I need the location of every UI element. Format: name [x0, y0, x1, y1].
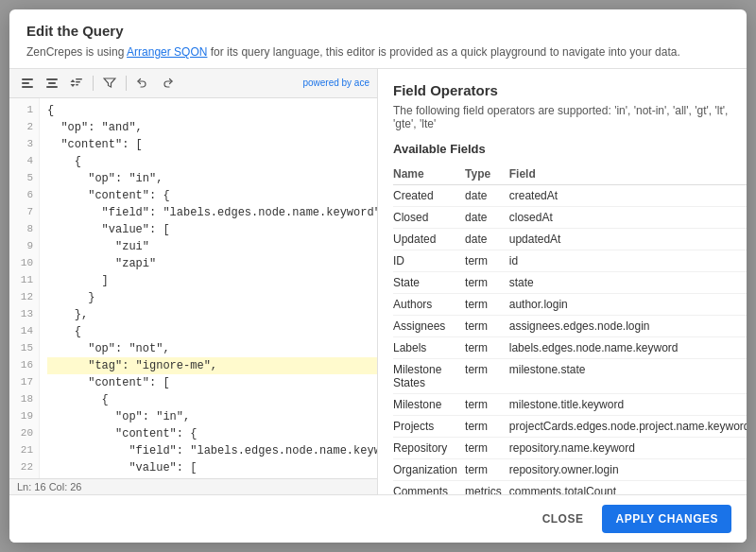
toolbar-align-left-btn[interactable]: [17, 73, 38, 94]
field-name: State: [393, 271, 465, 293]
svg-rect-0: [22, 78, 33, 80]
operators-title: Field Operators: [393, 82, 731, 98]
field-name: Organization: [393, 458, 465, 480]
dialog-title: Edit the Query: [26, 23, 730, 39]
toolbar-separator-2: [126, 76, 127, 91]
code-line: ]: [47, 272, 377, 289]
editor-lines: 1234567891011121314151617181920212223242…: [9, 98, 377, 478]
field-type: term: [465, 293, 509, 315]
line-number: 14: [15, 323, 33, 340]
fields-table: Name Type Field CreateddatecreatedAtClos…: [393, 164, 747, 494]
toolbar-redo-btn[interactable]: [157, 73, 178, 94]
line-number: 12: [15, 289, 33, 306]
field-field: state: [509, 271, 747, 293]
table-row: Milestonetermmilestone.title.keyword: [393, 393, 747, 415]
code-line: "zapi": [47, 255, 377, 272]
field-type: date: [465, 206, 509, 228]
col-name: Name: [393, 164, 465, 185]
dialog-footer: CLOSE APPLY CHANGES: [9, 494, 747, 543]
dialog-description: ZenCrepes is using Arranger SQON for its…: [26, 44, 730, 60]
code-line: "content": {: [47, 425, 377, 442]
close-button[interactable]: CLOSE: [535, 507, 592, 531]
field-type: term: [465, 393, 509, 415]
field-name: Updated: [393, 228, 465, 250]
field-name: Milestone States: [393, 358, 465, 393]
table-row: UpdateddateupdatedAt: [393, 228, 747, 250]
table-row: CreateddatecreatedAt: [393, 184, 747, 206]
fields-table-head: Name Type Field: [393, 164, 747, 185]
line-number: 7: [15, 204, 33, 221]
field-name: Comments: [393, 480, 465, 494]
line-number: 20: [15, 425, 33, 442]
available-fields-title: Available Fields: [393, 142, 731, 156]
table-row: Statetermstate: [393, 271, 747, 293]
description-post: for its query language, this editor is p…: [207, 45, 679, 59]
line-number: 4: [15, 153, 33, 170]
line-number: 18: [15, 391, 33, 408]
line-number: 21: [15, 442, 33, 459]
field-name: Assignees: [393, 315, 465, 336]
toolbar-separator-1: [93, 76, 94, 91]
svg-rect-2: [22, 86, 33, 88]
line-number: 17: [15, 374, 33, 391]
code-line: "op": "in",: [47, 170, 377, 187]
powered-by-link[interactable]: powered by ace: [302, 78, 369, 88]
arranger-sqon-link[interactable]: Arranger SQON: [127, 45, 207, 59]
field-field: projectCards.edges.node.project.name.key…: [509, 415, 747, 437]
field-name: Authors: [393, 293, 465, 315]
code-line: },: [47, 306, 377, 323]
field-name: Labels: [393, 336, 465, 358]
field-name: Created: [393, 184, 465, 206]
code-line: "field": "labels.edges.node.name.keyword…: [47, 204, 377, 221]
line-number: 11: [15, 272, 33, 289]
code-line: "content": [: [47, 374, 377, 391]
toolbar-align-center-btn[interactable]: [42, 73, 62, 94]
svg-rect-3: [46, 78, 58, 80]
dialog-header: Edit the Query ZenCrepes is using Arrang…: [9, 9, 747, 69]
code-line: "content": {: [47, 187, 377, 204]
code-line: "op": "in",: [47, 408, 377, 425]
fields-table-body: CreateddatecreatedAtCloseddateclosedAtUp…: [393, 184, 747, 494]
field-name: Closed: [393, 206, 465, 228]
line-numbers: 1234567891011121314151617181920212223242…: [9, 98, 40, 478]
line-number: 8: [15, 221, 33, 238]
col-type: Type: [465, 164, 509, 185]
code-line: "value": [: [47, 221, 377, 238]
field-field: author.login: [509, 293, 747, 315]
field-type: term: [465, 250, 509, 271]
code-line: "op": "and",: [47, 119, 377, 136]
dialog-body: powered by ace 1234567891011121314151617…: [9, 69, 747, 494]
editor-content[interactable]: 1234567891011121314151617181920212223242…: [9, 98, 377, 478]
col-field: Field: [509, 164, 747, 185]
line-number: 9: [15, 238, 33, 255]
table-row: ProjectstermprojectCards.edges.node.proj…: [393, 415, 747, 437]
sort-icon: [70, 77, 83, 90]
filter-icon: [103, 77, 116, 90]
field-type: term: [465, 336, 509, 358]
editor-panel: powered by ace 1234567891011121314151617…: [9, 69, 378, 494]
field-type: term: [465, 358, 509, 393]
field-field: closedAt: [509, 206, 747, 228]
table-row: Labelstermlabels.edges.node.name.keyword: [393, 336, 747, 358]
field-field: createdAt: [509, 184, 747, 206]
line-number: 10: [15, 255, 33, 272]
toolbar-filter-btn[interactable]: [99, 73, 120, 94]
line-number: 2: [15, 119, 33, 136]
editor-status: Ln: 16 Col: 26: [9, 478, 377, 494]
code-line: {: [47, 102, 377, 119]
table-row: Milestone Statestermmilestone.state: [393, 358, 747, 393]
field-field: assignees.edges.node.login: [509, 315, 747, 336]
toolbar-sort-btn[interactable]: [66, 73, 87, 94]
code-line: "content": [: [47, 136, 377, 153]
line-number: 5: [15, 170, 33, 187]
apply-changes-button[interactable]: APPLY CHANGES: [602, 505, 731, 533]
field-type: term: [465, 437, 509, 458]
field-field: id: [509, 250, 747, 271]
field-field: repository.name.keyword: [509, 437, 747, 458]
table-row: CloseddateclosedAt: [393, 206, 747, 228]
table-row: Repositorytermrepository.name.keyword: [393, 437, 747, 458]
toolbar-undo-btn[interactable]: [132, 73, 153, 94]
svg-rect-1: [22, 82, 29, 84]
operators-panel: Field Operators The following field oper…: [378, 69, 747, 494]
field-type: term: [465, 315, 509, 336]
